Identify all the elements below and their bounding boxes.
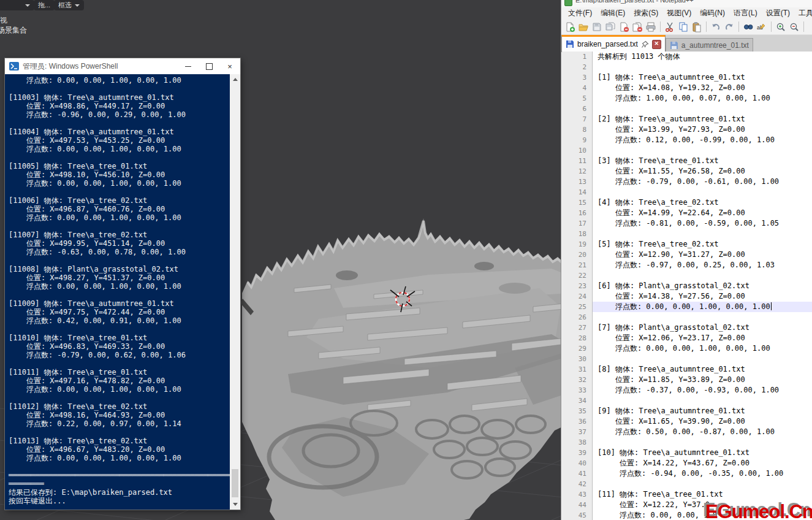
line-number[interactable]: 24 [562, 291, 593, 302]
line-text[interactable]: 浮点数: -0.79, 0.00, -0.61, 0.00, 1.00 [593, 177, 812, 187]
editor-line[interactable]: 30 [562, 354, 812, 364]
copy-icon[interactable] [677, 21, 689, 33]
line-number[interactable]: 44 [562, 500, 593, 510]
editor-line[interactable]: 41 浮点数: -0.94, 0.00, -0.35, 0.00, 1.00 [562, 468, 812, 479]
minimize-button[interactable] [178, 58, 199, 74]
line-text[interactable]: 浮点数: -0.81, 0.00, -0.59, 0.00, 1.05 [593, 218, 812, 229]
line-text[interactable]: 浮点数: -0.37, 0.00, -0.93, 0.00, 1.00 [593, 385, 812, 396]
line-number[interactable]: 28 [562, 333, 593, 343]
line-text[interactable]: 位置: X=11.65, Y=39.90, Z=0.00 [593, 416, 812, 427]
line-text[interactable]: 共解析到 11013 个物体 [593, 52, 812, 62]
line-text[interactable]: [5] 物体: Tree\a_tree_02.txt [593, 239, 812, 250]
line-text[interactable]: 浮点数: 1.00, 0.00, 0.07, 0.00, 1.00 [593, 93, 812, 104]
line-number[interactable]: 20 [562, 250, 593, 260]
editor-line[interactable]: 33 浮点数: -0.37, 0.00, -0.93, 0.00, 1.00 [562, 385, 812, 396]
menu-item[interactable]: 搜索(S) [629, 7, 662, 19]
editor-line[interactable]: 29 浮点数: 0.00, 0.00, 1.00, 0.00, 1.00 [562, 343, 812, 354]
powershell-console[interactable]: 浮点数: 0.00, 0.00, 1.00, 0.00, 1.00 [11003… [5, 74, 230, 510]
line-number[interactable]: 3 [562, 72, 593, 83]
close-file-icon[interactable] [618, 21, 630, 33]
editor-line[interactable]: 7[2] 物体: Tree\a_autumntree_01.txt [562, 114, 812, 124]
editor-line[interactable]: 24 位置: X=14.38, Y=27.56, Z=0.00 [562, 291, 812, 302]
editor-line[interactable]: 13 浮点数: -0.79, 0.00, -0.61, 0.00, 1.00 [562, 177, 812, 187]
line-number[interactable]: 2 [562, 62, 593, 72]
line-text[interactable] [593, 396, 812, 406]
box-select-dropdown[interactable]: 框选 [54, 0, 84, 10]
undo-icon[interactable] [710, 21, 722, 33]
line-number[interactable]: 12 [562, 166, 593, 177]
editor-line[interactable]: 31[8] 物体: Tree\a_autumntree_01.txt [562, 364, 812, 375]
editor-line[interactable]: 1共解析到 11013 个物体 [562, 52, 812, 62]
line-text[interactable] [593, 270, 812, 281]
editor-line[interactable]: 17 浮点数: -0.81, 0.00, -0.59, 0.00, 1.05 [562, 218, 812, 229]
editor-line[interactable]: 28 位置: X=12.06, Y=23.17, Z=0.00 [562, 333, 812, 343]
line-number[interactable]: 7 [562, 114, 593, 124]
line-number[interactable]: 38 [562, 437, 593, 448]
save-all-icon[interactable] [604, 21, 617, 33]
line-number[interactable]: 41 [562, 468, 593, 479]
line-number[interactable]: 14 [562, 187, 593, 197]
line-text[interactable] [593, 62, 812, 72]
editor-line[interactable]: 39[10] 物体: Tree\a_autumntree_01.txt [562, 448, 812, 458]
cut-icon[interactable] [664, 21, 676, 33]
powershell-titlebar[interactable]: 管理员: Windows PowerShell × [5, 58, 240, 74]
line-number[interactable]: 40 [562, 458, 593, 468]
print-icon[interactable] [645, 21, 657, 33]
redo-icon[interactable] [723, 21, 735, 33]
line-text[interactable]: [3] 物体: Tree\a_tree_01.txt [593, 156, 812, 166]
open-file-icon[interactable] [577, 21, 590, 33]
maximize-button[interactable] [199, 58, 219, 74]
line-text[interactable]: 浮点数: -0.94, 0.00, -0.35, 0.00, 1.00 [593, 468, 812, 479]
editor-line[interactable]: 9 浮点数: 0.12, 0.00, -0.99, 0.00, 1.00 [562, 135, 812, 145]
editor[interactable]: 1共解析到 11013 个物体23[1] 物体: Tree\a_autumntr… [562, 52, 812, 520]
line-text[interactable] [593, 479, 812, 489]
editor-line[interactable]: 12 位置: X=11.55, Y=26.58, Z=0.00 [562, 166, 812, 177]
line-text[interactable]: 浮点数: 0.00, 0.00, 1.00, 0.00, 1.00 [593, 302, 812, 312]
line-number[interactable]: 13 [562, 177, 593, 187]
line-text[interactable]: 浮点数: 0.12, 0.00, -0.99, 0.00, 1.00 [593, 135, 812, 145]
drag-button[interactable]: 拖... [34, 0, 55, 10]
line-text[interactable]: 位置: X=14.08, Y=19.32, Z=0.00 [593, 83, 812, 93]
editor-line[interactable]: 38 [562, 437, 812, 448]
line-text[interactable]: [4] 物体: Tree\a_tree_02.txt [593, 197, 812, 208]
editor-line[interactable]: 19[5] 物体: Tree\a_tree_02.txt [562, 239, 812, 250]
editor-line[interactable]: 43[11] 物体: Tree\a_tree_01.txt [562, 489, 812, 500]
line-number[interactable]: 15 [562, 197, 593, 208]
line-number[interactable]: 25 [562, 302, 593, 312]
close-tab-icon[interactable]: ✕ [652, 40, 661, 49]
editor-line[interactable]: 6 [562, 104, 812, 114]
line-number[interactable]: 17 [562, 218, 593, 229]
editor-line[interactable]: 26 [562, 312, 812, 323]
editor-line[interactable]: 23[6] 物体: Plant\a_grasstotal_02.txt [562, 281, 812, 291]
editor-line[interactable]: 5 浮点数: 1.00, 0.00, 0.07, 0.00, 1.00 [562, 93, 812, 104]
find-icon[interactable] [742, 21, 754, 33]
line-number[interactable]: 33 [562, 385, 593, 396]
editor-line[interactable]: 32 位置: X=11.85, Y=33.89, Z=0.00 [562, 375, 812, 385]
line-number[interactable]: 26 [562, 312, 593, 323]
line-text[interactable]: 位置: X=11.55, Y=26.58, Z=0.00 [593, 166, 812, 177]
line-text[interactable]: [7] 物体: Plant\a_grasstotal_02.txt [593, 323, 812, 333]
line-text[interactable]: 位置: X=13.99, Y=27.93, Z=0.00 [593, 124, 812, 135]
line-number[interactable]: 11 [562, 156, 593, 166]
line-text[interactable] [593, 354, 812, 364]
line-text[interactable] [593, 104, 812, 114]
notepad-titlebar[interactable]: E:\map\braiken_parsed.txt - Notepad++ [561, 0, 812, 7]
line-number[interactable]: 43 [562, 489, 593, 500]
line-number[interactable]: 5 [562, 93, 593, 104]
line-number[interactable]: 23 [562, 281, 593, 291]
line-number[interactable]: 36 [562, 416, 593, 427]
tab-a-autumntree[interactable]: a_autumntree_01.txt [666, 38, 753, 52]
line-text[interactable]: [11] 物体: Tree\a_tree_01.txt [593, 489, 812, 500]
line-number[interactable]: 37 [562, 427, 593, 437]
powershell-scrollbar[interactable] [230, 74, 240, 510]
save-icon[interactable] [591, 21, 603, 33]
line-text[interactable]: 浮点数: -0.97, 0.00, 0.25, 0.00, 1.03 [593, 260, 812, 270]
editor-line[interactable]: 42 [562, 479, 812, 489]
select-mode-dropdown[interactable] [0, 0, 34, 10]
line-text[interactable]: 浮点数: 0.50, 0.00, -0.87, 0.00, 1.00 [593, 427, 812, 437]
editor-line[interactable]: 18 [562, 229, 812, 239]
line-text[interactable]: 位置: X=11.85, Y=33.89, Z=0.00 [593, 375, 812, 385]
editor-line[interactable]: 36 位置: X=11.65, Y=39.90, Z=0.00 [562, 416, 812, 427]
editor-line[interactable]: 2 [562, 62, 812, 72]
line-number[interactable]: 34 [562, 396, 593, 406]
